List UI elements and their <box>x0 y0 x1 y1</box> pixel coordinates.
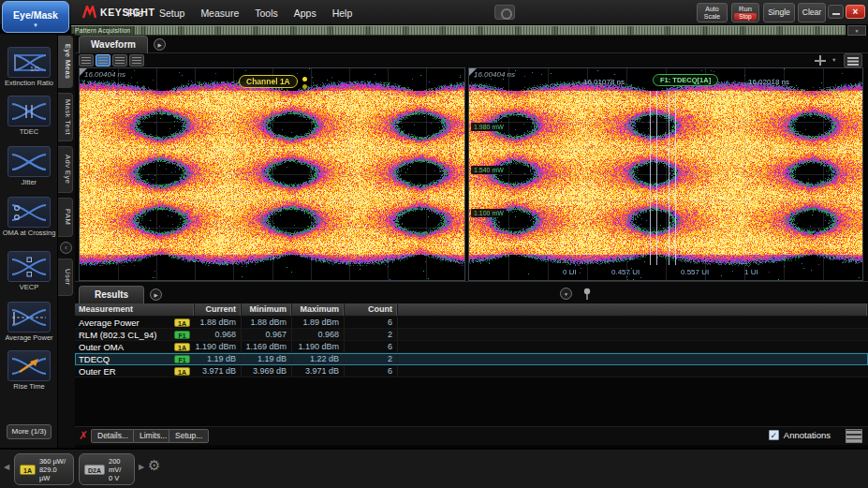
sidebar-item-tdec[interactable]: TDEC <box>0 96 58 137</box>
clear-button[interactable]: Clear <box>798 3 826 22</box>
tab-user[interactable]: User <box>58 259 73 296</box>
source-badge: F1 <box>174 331 190 339</box>
measurement-sidebar: 1/0 Extinction Ratio TDEC Jitter <box>0 34 58 450</box>
eye-diagram-canvas-right[interactable] <box>469 68 862 280</box>
column-current[interactable]: Current <box>195 303 242 316</box>
waveform-menu-icon[interactable] <box>844 53 862 67</box>
ui-axis-label: 1 UI <box>744 268 758 276</box>
pan-zoom-icon[interactable] <box>813 54 828 67</box>
sidebar-item-label: OMA at Crossing <box>0 229 58 238</box>
pattern-strip-dropdown-button[interactable]: ▼ <box>847 25 866 36</box>
menu-setup[interactable]: Setup <box>159 7 184 19</box>
sidebar-collapse-button[interactable]: ‹ <box>60 242 72 254</box>
tab-adv-eye[interactable]: Adv Eye <box>58 146 73 193</box>
results-tab-bar: Results ▶ ▼ <box>75 281 868 303</box>
minimum-value: 0.967 <box>242 329 292 340</box>
channel-marker-dot <box>302 77 307 81</box>
setup-button[interactable]: Setup... <box>169 429 209 443</box>
eye-diagram-panel-left[interactable]: 16.00404 ns Channel 1A <box>79 67 465 281</box>
channel-card-1a[interactable]: 1A 360 µW/ 829.0 µW <box>14 453 74 485</box>
channel-scroll-left-icon[interactable]: ◀ <box>4 463 9 471</box>
layout-rows-button[interactable] <box>112 54 127 67</box>
column-count[interactable]: Count <box>345 303 398 316</box>
maximum-value: 0.968 <box>292 329 345 340</box>
tdecq-marker-line[interactable] <box>656 91 657 265</box>
menu-apps[interactable]: Apps <box>294 7 316 19</box>
channel-1a-pill[interactable]: Channel 1A <box>239 75 298 88</box>
annotations-control[interactable]: ✓ Annotations <box>769 430 831 440</box>
table-row-tdecq-selected[interactable]: TDECQ F1 1.19 dB 1.19 dB 1.22 dB 2 <box>75 353 868 365</box>
camera-icon[interactable] <box>494 5 515 20</box>
menu-measure[interactable]: Measure <box>200 7 239 19</box>
results-collapse-button[interactable]: ▼ <box>560 288 572 300</box>
close-button[interactable]: × <box>846 5 865 19</box>
limits-button[interactable]: Limits... <box>133 429 173 443</box>
sidebar-item-rise-time[interactable]: Rise Time <box>0 350 58 392</box>
table-row-average-power[interactable]: Average Power 1A 1.88 dBm 1.88 dBm 1.89 … <box>75 317 868 329</box>
tab-mask-test[interactable]: Mask Test <box>58 93 73 141</box>
gear-icon[interactable]: ⚙ <box>148 457 160 474</box>
tab-results[interactable]: Results <box>79 286 144 303</box>
single-button[interactable]: Single <box>763 3 795 22</box>
table-row-outer-er[interactable]: Outer ER 1A 3.971 dB 3.969 dB 3.971 dB 6 <box>75 365 868 377</box>
threshold-label-lower: 1.100 mW <box>471 209 507 217</box>
sidebar-item-average-power[interactable]: Average Power <box>0 302 58 343</box>
layout-split-button[interactable] <box>96 54 110 67</box>
pan-dropdown-caret-icon[interactable]: ▼ <box>831 57 836 63</box>
chevron-down-icon: ▼ <box>3 22 68 28</box>
auto-scale-button[interactable]: Auto Scale <box>697 3 728 22</box>
svg-text:1/0: 1/0 <box>30 66 39 72</box>
timebase-position-label: 16.00404 ns <box>84 70 125 79</box>
run-stop-button[interactable]: Run Stop <box>731 3 759 22</box>
eye-diagram-canvas-left[interactable] <box>80 68 464 280</box>
menu-bar: File Setup Measure Tools Apps Help <box>127 0 352 25</box>
tab-pam[interactable]: PAM <box>58 198 73 237</box>
layout-single-button[interactable] <box>79 54 94 67</box>
current-value: 1.88 dBm <box>195 317 242 328</box>
remove-measurement-icon[interactable]: ✗ <box>79 429 88 442</box>
channel-scroll-right-icon[interactable]: ▶ <box>139 463 144 471</box>
table-row-outer-oma[interactable]: Outer OMA 1A 1.190 dBm 1.169 dBm 1.190 d… <box>75 341 868 353</box>
menu-file[interactable]: File <box>127 7 143 19</box>
tdecq-marker-line[interactable] <box>669 91 669 265</box>
sidebar-item-label: VECP <box>0 284 58 292</box>
menu-help[interactable]: Help <box>332 7 353 19</box>
sidebar-item-label: Rise Time <box>0 383 58 392</box>
sidebar-item-vecp[interactable]: VECP <box>0 251 58 292</box>
tdecq-marker-line[interactable] <box>675 91 676 265</box>
results-grid-icon[interactable] <box>846 429 862 443</box>
tab-eye-meas[interactable]: Eye Meas <box>58 36 73 88</box>
sidebar-item-jitter[interactable]: Jitter <box>0 146 58 187</box>
sidebar-item-extinction-ratio[interactable]: 1/0 Extinction Ratio <box>0 47 58 88</box>
results-tab-menu-button[interactable]: ▶ <box>150 288 162 301</box>
pattern-acquisition-strip[interactable]: Pattern Acquisition <box>71 25 846 36</box>
table-row-rlm[interactable]: RLM (802.3 CL_94) F1 0.968 0.967 0.968 2 <box>75 329 868 341</box>
more-measurements-button[interactable]: More (1/3) <box>7 424 51 439</box>
sidebar-item-oma-at-crossing[interactable]: OMA at Crossing <box>0 197 58 238</box>
oma-at-crossing-icon <box>7 197 51 228</box>
current-value: 1.19 dB <box>195 353 242 364</box>
channel-1a-badge: 1A <box>20 465 36 475</box>
layout-toolbar <box>75 53 868 67</box>
eye-diagram-panel-right[interactable]: 16.00404 ns 16.01078 ns F1: TDECQ[1A] 16… <box>468 67 863 281</box>
marker-time-label: 16.02018 ns <box>748 78 789 86</box>
details-button[interactable]: Details... <box>91 429 135 443</box>
tdecq-marker-line[interactable] <box>650 91 651 265</box>
menu-tools[interactable]: Tools <box>255 7 278 19</box>
pin-icon[interactable] <box>582 288 592 301</box>
channel-card-2a[interactable]: D2A 200 mV/ 0 V <box>79 453 135 485</box>
column-minimum[interactable]: Minimum <box>242 303 292 316</box>
waveform-tab-menu-button[interactable]: ▶ <box>154 38 166 51</box>
minimize-button[interactable] <box>828 5 844 19</box>
ui-axis-label: 0 UI <box>563 268 577 276</box>
source-badge: 1A <box>174 343 190 351</box>
sidebar-item-label: TDEC <box>0 128 58 137</box>
eye-mask-mode-button[interactable]: Eye/Mask ▼ <box>2 1 69 33</box>
tdecq-function-pill[interactable]: F1: TDECQ[1A] <box>653 74 718 86</box>
layout-grid-button[interactable] <box>129 54 144 67</box>
annotations-checkbox[interactable]: ✓ <box>769 430 779 440</box>
column-maximum[interactable]: Maximum <box>292 303 345 316</box>
column-measurement[interactable]: Measurement <box>75 303 195 316</box>
maximum-value: 1.190 dBm <box>292 341 345 352</box>
tab-waveform[interactable]: Waveform <box>79 36 148 53</box>
